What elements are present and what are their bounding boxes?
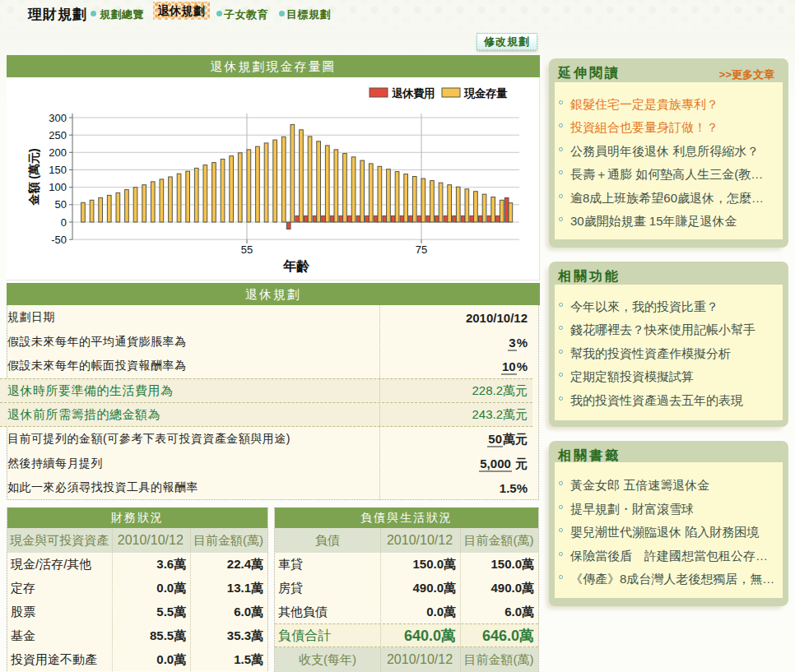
svg-text:現金存量: 現金存量 xyxy=(463,87,508,100)
svg-text:75: 75 xyxy=(416,243,427,256)
svg-text:200: 200 xyxy=(49,146,67,159)
svg-text:150: 150 xyxy=(49,164,67,176)
svg-text:300: 300 xyxy=(49,112,67,124)
svg-text:100: 100 xyxy=(49,181,67,193)
svg-text:-50: -50 xyxy=(51,234,67,246)
svg-text:金額 (萬元): 金額 (萬元) xyxy=(27,148,41,206)
svg-text:0: 0 xyxy=(61,216,67,229)
svg-text:年齡: 年齡 xyxy=(282,259,310,273)
svg-text:250: 250 xyxy=(49,129,67,141)
svg-text:50: 50 xyxy=(55,198,67,211)
svg-text:退休費用: 退休費用 xyxy=(392,87,435,100)
svg-text:55: 55 xyxy=(241,243,253,256)
